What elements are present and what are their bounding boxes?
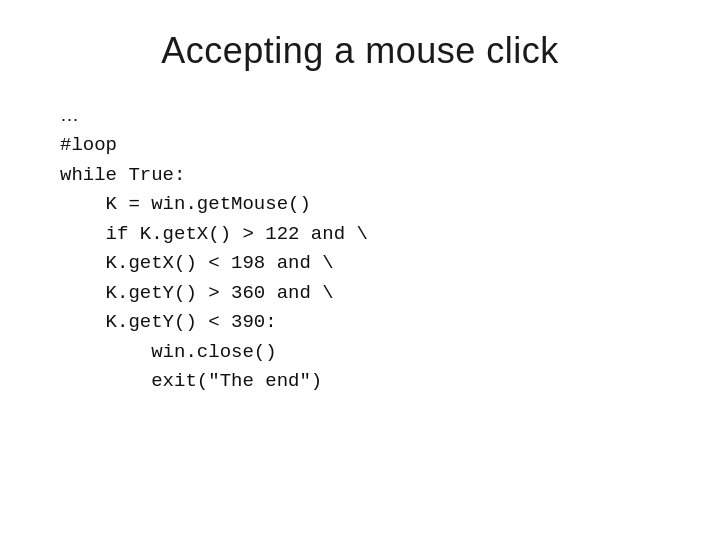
ellipsis: … [60,100,660,129]
code-line-9: exit("The end") [60,370,322,392]
code-line-4: if K.getX() > 122 and \ [60,223,368,245]
code-line-3: K = win.getMouse() [60,193,311,215]
code-line-6: K.getY() > 360 and \ [60,282,334,304]
code-line-2: while True: [60,164,185,186]
code-line-8: win.close() [60,341,277,363]
code-line-1: #loop [60,134,117,156]
code-line-7: K.getY() < 390: [60,311,277,333]
slide-title: Accepting a mouse click [60,30,660,72]
code-line-5: K.getX() < 198 and \ [60,252,334,274]
slide-container: Accepting a mouse click … #loop while Tr… [0,0,720,540]
code-block: #loop while True: K = win.getMouse() if … [60,131,660,396]
